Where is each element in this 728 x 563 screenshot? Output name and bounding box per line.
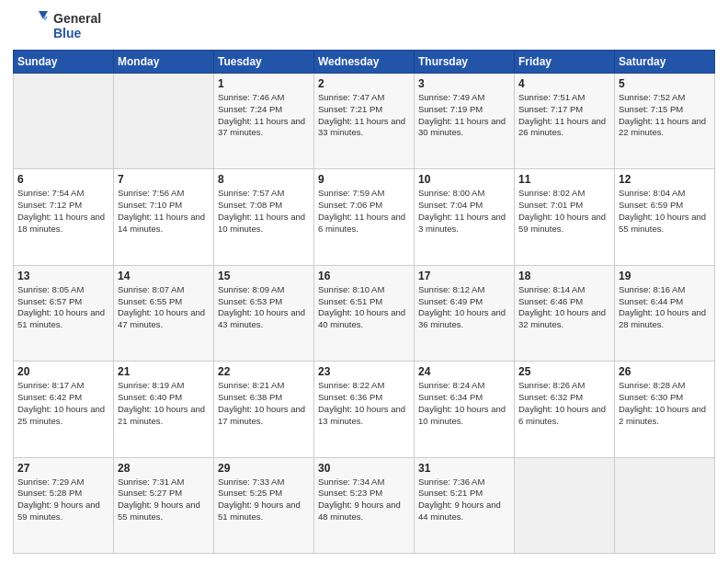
calendar-cell — [515, 457, 615, 553]
day-number: 20 — [17, 365, 109, 378]
weekday-sunday: Sunday — [14, 51, 114, 74]
calendar-cell — [114, 74, 214, 169]
calendar-cell: 18Sunrise: 8:14 AMSunset: 6:46 PMDayligh… — [515, 265, 615, 361]
cell-info: Sunrise: 8:24 AMSunset: 6:34 PMDaylight:… — [418, 380, 510, 427]
cell-info: Sunrise: 7:29 AMSunset: 5:28 PMDaylight:… — [17, 477, 109, 523]
cell-info: Sunrise: 8:12 AMSunset: 6:49 PMDaylight:… — [418, 284, 510, 331]
calendar-cell: 11Sunrise: 8:02 AMSunset: 7:01 PMDayligh… — [515, 169, 615, 265]
calendar-cell: 10Sunrise: 8:00 AMSunset: 7:04 PMDayligh… — [415, 169, 515, 265]
day-number: 4 — [518, 77, 610, 90]
page-header: GeneralBlue — [13, 9, 715, 42]
day-number: 21 — [118, 365, 210, 378]
cell-info: Sunrise: 8:02 AMSunset: 7:01 PMDaylight:… — [518, 188, 610, 235]
calendar-cell: 31Sunrise: 7:36 AMSunset: 5:21 PMDayligh… — [415, 457, 515, 553]
day-number: 19 — [619, 270, 711, 282]
cell-info: Sunrise: 8:10 AMSunset: 6:51 PMDaylight:… — [318, 284, 410, 331]
week-row-1: 1Sunrise: 7:46 AMSunset: 7:24 PMDaylight… — [14, 74, 715, 169]
calendar-cell: 22Sunrise: 8:21 AMSunset: 6:38 PMDayligh… — [214, 362, 314, 457]
cell-info: Sunrise: 7:47 AMSunset: 7:21 PMDaylight:… — [318, 92, 410, 139]
cell-info: Sunrise: 8:17 AMSunset: 6:42 PMDaylight:… — [17, 380, 109, 427]
calendar-cell: 27Sunrise: 7:29 AMSunset: 5:28 PMDayligh… — [14, 457, 114, 553]
day-number: 22 — [218, 365, 310, 378]
logo-general: General — [53, 11, 101, 26]
logo: GeneralBlue — [13, 9, 101, 42]
cell-info: Sunrise: 7:54 AMSunset: 7:12 PMDaylight:… — [17, 188, 109, 235]
day-number: 17 — [418, 270, 510, 282]
week-row-2: 6Sunrise: 7:54 AMSunset: 7:12 PMDaylight… — [14, 169, 715, 265]
cell-info: Sunrise: 8:19 AMSunset: 6:40 PMDaylight:… — [118, 380, 210, 427]
cell-info: Sunrise: 7:31 AMSunset: 5:27 PMDaylight:… — [118, 477, 210, 523]
cell-info: Sunrise: 7:57 AMSunset: 7:08 PMDaylight:… — [218, 188, 310, 235]
day-number: 30 — [318, 462, 410, 475]
day-number: 31 — [418, 462, 510, 475]
calendar-cell: 25Sunrise: 8:26 AMSunset: 6:32 PMDayligh… — [515, 362, 615, 457]
weekday-header-row: SundayMondayTuesdayWednesdayThursdayFrid… — [14, 51, 715, 74]
calendar-cell: 8Sunrise: 7:57 AMSunset: 7:08 PMDaylight… — [214, 169, 314, 265]
calendar-table: SundayMondayTuesdayWednesdayThursdayFrid… — [13, 50, 715, 554]
cell-info: Sunrise: 7:33 AMSunset: 5:25 PMDaylight:… — [218, 477, 310, 523]
cell-info: Sunrise: 7:46 AMSunset: 7:24 PMDaylight:… — [218, 92, 310, 139]
calendar-cell: 4Sunrise: 7:51 AMSunset: 7:17 PMDaylight… — [515, 74, 615, 169]
calendar-cell: 12Sunrise: 8:04 AMSunset: 6:59 PMDayligh… — [615, 169, 715, 265]
day-number: 6 — [17, 173, 109, 186]
logo-icon — [13, 9, 50, 42]
weekday-friday: Friday — [515, 51, 615, 74]
cell-info: Sunrise: 7:34 AMSunset: 5:23 PMDaylight:… — [318, 477, 410, 523]
calendar-cell: 3Sunrise: 7:49 AMSunset: 7:19 PMDaylight… — [415, 74, 515, 169]
cell-info: Sunrise: 8:07 AMSunset: 6:55 PMDaylight:… — [118, 284, 210, 331]
weekday-wednesday: Wednesday — [314, 51, 415, 74]
day-number: 10 — [418, 173, 510, 186]
calendar-cell: 29Sunrise: 7:33 AMSunset: 5:25 PMDayligh… — [214, 457, 314, 553]
day-number: 23 — [318, 365, 410, 378]
svg-marker-1 — [43, 17, 48, 21]
calendar-cell: 28Sunrise: 7:31 AMSunset: 5:27 PMDayligh… — [114, 457, 214, 553]
cell-info: Sunrise: 7:59 AMSunset: 7:06 PMDaylight:… — [318, 188, 410, 235]
cell-info: Sunrise: 8:28 AMSunset: 6:30 PMDaylight:… — [619, 380, 711, 427]
day-number: 5 — [619, 77, 711, 90]
cell-info: Sunrise: 8:05 AMSunset: 6:57 PMDaylight:… — [17, 284, 109, 331]
weekday-monday: Monday — [114, 51, 214, 74]
weekday-thursday: Thursday — [415, 51, 515, 74]
day-number: 15 — [218, 270, 310, 282]
cell-info: Sunrise: 7:52 AMSunset: 7:15 PMDaylight:… — [619, 92, 711, 139]
day-number: 12 — [619, 173, 711, 186]
cell-info: Sunrise: 7:51 AMSunset: 7:17 PMDaylight:… — [518, 92, 610, 139]
calendar-cell: 16Sunrise: 8:10 AMSunset: 6:51 PMDayligh… — [314, 265, 415, 361]
weekday-tuesday: Tuesday — [214, 51, 314, 74]
day-number: 25 — [518, 365, 610, 378]
calendar-cell: 23Sunrise: 8:22 AMSunset: 6:36 PMDayligh… — [314, 362, 415, 457]
cell-info: Sunrise: 7:49 AMSunset: 7:19 PMDaylight:… — [418, 92, 510, 139]
calendar-cell — [615, 457, 715, 553]
week-row-4: 20Sunrise: 8:17 AMSunset: 6:42 PMDayligh… — [14, 362, 715, 457]
weekday-saturday: Saturday — [615, 51, 715, 74]
day-number: 9 — [318, 173, 410, 186]
day-number: 26 — [619, 365, 711, 378]
day-number: 11 — [518, 173, 610, 186]
cell-info: Sunrise: 8:14 AMSunset: 6:46 PMDaylight:… — [518, 284, 610, 331]
calendar-cell: 2Sunrise: 7:47 AMSunset: 7:21 PMDaylight… — [314, 74, 415, 169]
day-number: 28 — [118, 462, 210, 475]
day-number: 2 — [318, 77, 410, 90]
calendar-cell: 9Sunrise: 7:59 AMSunset: 7:06 PMDaylight… — [314, 169, 415, 265]
cell-info: Sunrise: 8:16 AMSunset: 6:44 PMDaylight:… — [619, 284, 711, 331]
calendar-cell: 15Sunrise: 8:09 AMSunset: 6:53 PMDayligh… — [214, 265, 314, 361]
day-number: 7 — [118, 173, 210, 186]
cell-info: Sunrise: 7:56 AMSunset: 7:10 PMDaylight:… — [118, 188, 210, 235]
cell-info: Sunrise: 8:04 AMSunset: 6:59 PMDaylight:… — [619, 188, 711, 235]
calendar-cell: 24Sunrise: 8:24 AMSunset: 6:34 PMDayligh… — [415, 362, 515, 457]
cell-info: Sunrise: 8:21 AMSunset: 6:38 PMDaylight:… — [218, 380, 310, 427]
day-number: 3 — [418, 77, 510, 90]
day-number: 14 — [118, 270, 210, 282]
day-number: 16 — [318, 270, 410, 282]
day-number: 29 — [218, 462, 310, 475]
calendar-cell: 26Sunrise: 8:28 AMSunset: 6:30 PMDayligh… — [615, 362, 715, 457]
calendar-cell: 13Sunrise: 8:05 AMSunset: 6:57 PMDayligh… — [14, 265, 114, 361]
cell-info: Sunrise: 8:00 AMSunset: 7:04 PMDaylight:… — [418, 188, 510, 235]
calendar-cell: 30Sunrise: 7:34 AMSunset: 5:23 PMDayligh… — [314, 457, 415, 553]
calendar-cell: 14Sunrise: 8:07 AMSunset: 6:55 PMDayligh… — [114, 265, 214, 361]
day-number: 24 — [418, 365, 510, 378]
day-number: 1 — [218, 77, 310, 90]
cell-info: Sunrise: 8:09 AMSunset: 6:53 PMDaylight:… — [218, 284, 310, 331]
cell-info: Sunrise: 8:26 AMSunset: 6:32 PMDaylight:… — [518, 380, 610, 427]
cell-info: Sunrise: 8:22 AMSunset: 6:36 PMDaylight:… — [318, 380, 410, 427]
